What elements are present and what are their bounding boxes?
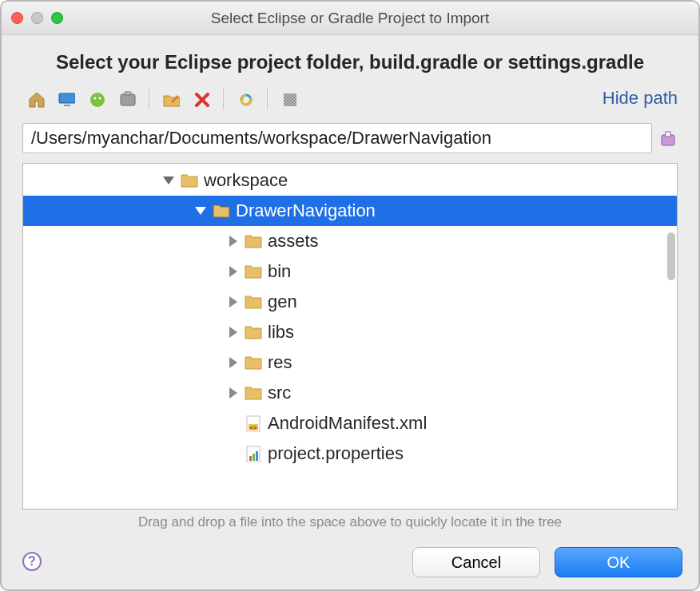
expand-toggle-icon[interactable] [223,293,242,311]
tree-label: gen [268,292,297,312]
expand-toggle-icon[interactable] [223,263,242,280]
properties-file-icon [242,445,264,462]
help-button[interactable] [21,550,45,574]
folder-icon [242,354,264,371]
tree-folder-libs[interactable]: libs [23,317,677,347]
tree-label: bin [268,261,291,282]
titlebar: Select Eclipse or Gradle Project to Impo… [2,2,698,35]
expand-toggle-icon[interactable] [159,172,178,189]
home-button[interactable] [22,87,50,111]
folder-icon [242,293,264,311]
drop-hint: Drag and drop a file into the space abov… [22,514,678,530]
tree-folder-drawernavigation[interactable]: DrawerNavigation [23,196,677,226]
tree-label: assets [268,231,319,252]
expand-toggle-icon[interactable] [223,354,242,371]
cancel-button[interactable]: Cancel [412,547,540,577]
folder-icon [242,323,264,341]
toolbar [22,85,678,113]
desktop-button[interactable] [53,87,80,111]
expand-toggle-icon[interactable] [223,232,242,250]
scrollbar-thumb[interactable] [667,232,675,280]
expand-toggle-icon[interactable] [223,384,242,402]
traffic-lights [11,12,63,24]
new-folder-button[interactable] [157,87,185,111]
tree-label: src [268,383,291,403]
tree-label: libs [268,322,294,343]
tree-folder-workspace[interactable]: workspace [23,165,677,196]
file-tree[interactable]: workspace DrawerNavigation assets bin [22,163,678,510]
tree-folder-bin[interactable]: bin [23,256,677,287]
tree-file-manifest[interactable]: AndroidManifest.xml [23,408,677,438]
tree-label: AndroidManifest.xml [268,413,427,434]
toolbar-separator [149,89,149,109]
delete-button[interactable] [188,87,215,111]
toolbar-separator [223,89,224,109]
scrollbar-track[interactable] [667,169,675,504]
history-button[interactable] [657,128,678,149]
dialog-heading: Select your Eclipse project folder, buil… [22,51,678,73]
folder-icon [210,202,233,220]
expand-toggle-icon[interactable] [223,323,242,341]
folder-icon [242,263,264,280]
expand-toggle-icon[interactable] [191,202,210,220]
tree-folder-assets[interactable]: assets [23,226,677,256]
tree-label: workspace [204,170,288,191]
path-input[interactable] [22,123,652,153]
hide-path-link[interactable]: Hide path [603,88,678,109]
tree-label: project.properties [268,443,404,464]
folder-icon [178,172,201,189]
close-window-icon[interactable] [11,12,23,24]
show-hidden-button[interactable] [276,87,303,111]
folder-icon [242,384,264,402]
ok-button[interactable]: OK [555,547,682,577]
tree-label: res [268,352,292,373]
folder-icon [242,232,264,250]
dialog-window: Select Eclipse or Gradle Project to Impo… [0,0,700,591]
dialog-footer: Cancel OK [2,538,698,589]
toolbar-separator [267,89,268,109]
xml-file-icon [242,414,264,432]
refresh-button[interactable] [232,87,259,111]
tree-folder-src[interactable]: src [23,378,677,408]
zoom-window-icon[interactable] [51,12,63,24]
tree-folder-res[interactable]: res [23,347,677,378]
android-sdk-button[interactable] [83,87,110,111]
tree-label: DrawerNavigation [236,200,376,221]
tree-file-properties[interactable]: project.properties [23,438,677,469]
project-button[interactable] [113,87,141,111]
window-title: Select Eclipse or Gradle Project to Impo… [2,10,698,27]
minimize-window-icon [31,12,43,24]
tree-folder-gen[interactable]: gen [23,287,677,317]
